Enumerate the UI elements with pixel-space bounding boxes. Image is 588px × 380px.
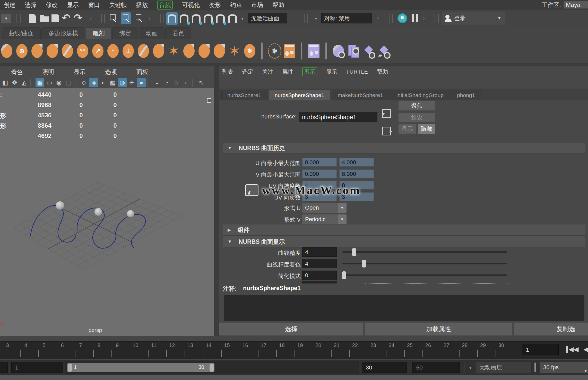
undo-icon[interactable]: ↶: [62, 12, 71, 24]
show-button[interactable]: 显示: [399, 124, 416, 134]
ae-menu-关注[interactable]: 关注: [262, 68, 273, 76]
select-object-icon[interactable]: ↖: [108, 12, 118, 24]
tab-phong1[interactable]: phong1: [451, 90, 481, 100]
ae-menu-显示[interactable]: 显示: [326, 68, 337, 76]
menubar-item[interactable]: 约束: [230, 1, 242, 9]
notes-textarea[interactable]: [224, 295, 584, 321]
symmetry-dropdown-icon[interactable]: ▼: [314, 16, 318, 21]
viewport-menu-显示[interactable]: 显示: [74, 68, 85, 76]
snap-point-icon[interactable]: [191, 12, 202, 25]
symmetry-field[interactable]: 对称: 禁用: [321, 13, 372, 23]
film-gate-icon[interactable]: ▭: [45, 78, 54, 87]
sculpt-wax-icon[interactable]: [137, 43, 150, 59]
section-components[interactable]: ▶ 组件: [223, 224, 585, 236]
paint-window-icon[interactable]: [308, 43, 320, 59]
animation-end-field[interactable]: 60: [412, 362, 460, 373]
menubar-item[interactable]: 创建: [4, 1, 15, 9]
shadows-icon[interactable]: ◒: [153, 78, 161, 87]
sculpt-options-window-icon[interactable]: [283, 43, 296, 59]
footer-button-选择[interactable]: 选择: [219, 323, 363, 335]
toolbar-group-handle[interactable]: [16, 14, 21, 23]
animation-start-field[interactable]: 1: [11, 362, 63, 373]
ae-menu-列表[interactable]: 列表: [222, 68, 233, 76]
ghost-brush-icon[interactable]: [332, 43, 344, 59]
menubar-item[interactable]: 关键帧: [109, 1, 127, 9]
select-hierarchy-icon[interactable]: ↖: [134, 12, 144, 24]
sculpt-scrape-icon[interactable]: [152, 43, 165, 59]
sculpt-amplify-burst-icon[interactable]: ✶: [168, 43, 180, 59]
camera-bookmark-icon[interactable]: ◭: [20, 78, 29, 87]
unfreeze-dashed-icon[interactable]: ❄: [268, 43, 280, 59]
shelf-tab-曲线/曲面[interactable]: 曲线/曲面: [2, 27, 41, 39]
footer-button-加载属性[interactable]: 加载属性: [365, 323, 512, 335]
current-frame-field[interactable]: 1: [522, 344, 559, 355]
menu-set-dropdown[interactable]: ▼: [1, 14, 11, 23]
sculpt-knife-icon[interactable]: [183, 43, 195, 59]
attr-value-field[interactable]: 0.000: [302, 169, 337, 178]
sculpt-bulge-icon[interactable]: [213, 43, 226, 59]
sign-in-button[interactable]: 登录 ▼: [442, 12, 505, 25]
menubar-item[interactable]: 播放: [136, 1, 148, 9]
menubar-item[interactable]: 修改: [46, 1, 58, 9]
presets-button[interactable]: 预设: [399, 113, 435, 122]
ae-menu-帮助[interactable]: 帮助: [377, 68, 388, 76]
sculpt-grab-icon[interactable]: [46, 43, 58, 59]
sculpt-smooth-globe-icon[interactable]: ⊕: [16, 43, 28, 59]
menubar-item[interactable]: 可视化: [182, 1, 200, 9]
attr-slider[interactable]: [342, 247, 507, 257]
menubar-item[interactable]: 显示: [67, 1, 79, 9]
attr-value-field[interactable]: 8.000: [339, 169, 374, 178]
tab-initialShadingGroup[interactable]: initialShadingGroup: [391, 90, 449, 100]
pause-icon[interactable]: [412, 14, 414, 22]
footer-button-复制选[interactable]: 复制选: [514, 323, 588, 335]
ambient-occlusion-icon[interactable]: ◔: [162, 78, 171, 87]
pause-icon[interactable]: [416, 14, 418, 22]
viewport-menu-面板[interactable]: 面板: [136, 68, 148, 76]
viewport-corner-marker[interactable]: [207, 98, 211, 103]
camera-settings-icon[interactable]: ☸: [10, 78, 19, 87]
shelf-tab-雕刻[interactable]: 雕刻: [86, 27, 111, 39]
menubar-item[interactable]: 窗口: [88, 1, 100, 9]
new-scene-icon[interactable]: [29, 14, 36, 23]
shaded-icon[interactable]: ◈: [89, 78, 98, 87]
toolbar-group-handle[interactable]: [101, 14, 105, 23]
make-live-icon[interactable]: [227, 12, 238, 25]
open-scene-icon[interactable]: [40, 15, 49, 22]
gate-mask-icon[interactable]: ▢: [64, 78, 73, 87]
attr-value-field[interactable]: 0: [302, 271, 337, 280]
attr-slider[interactable]: [342, 271, 507, 280]
sculpt-lift-icon[interactable]: [1, 43, 13, 59]
ae-menu-属性[interactable]: 属性: [282, 68, 293, 76]
step-back-button[interactable]: ◀: [582, 346, 588, 353]
perspective-viewport[interactable]: :444000896800形:453600形:886400469200 pers…: [0, 88, 214, 336]
section-nurbs-surface-history[interactable]: ▼ NURBS 曲面历史: [223, 143, 585, 154]
slider-handle[interactable]: [352, 248, 356, 256]
default-material-icon[interactable]: ◐: [99, 78, 108, 87]
go-to-start-button[interactable]: ◀◀: [566, 346, 578, 353]
save-scene-icon[interactable]: [51, 14, 59, 22]
ghost-diamonds-icon[interactable]: ◆: [362, 43, 375, 59]
shelf-tab-绑定[interactable]: 绑定: [112, 27, 138, 39]
node-name-field[interactable]: nurbsSphereShape1: [299, 112, 377, 122]
active-surface-field[interactable]: 无激活曲面: [248, 13, 287, 23]
viewport-menu-选项[interactable]: 选项: [105, 68, 117, 76]
slider-handle[interactable]: [362, 260, 366, 267]
snap-projected-center-icon[interactable]: [203, 12, 214, 25]
ae-menu-TURTLE[interactable]: TURTLE: [346, 68, 368, 75]
chevron-down-icon[interactable]: ▼: [469, 366, 472, 370]
shelf-tab-着色[interactable]: 着色: [165, 27, 191, 39]
lights-icon[interactable]: ☀: [127, 78, 136, 87]
snap-curve-icon[interactable]: [178, 12, 190, 25]
playback-range-slider[interactable]: 1 30: [65, 361, 359, 374]
playback-end-field[interactable]: 30: [362, 362, 407, 373]
menubar-item[interactable]: 音频: [157, 1, 173, 10]
toolbar-group-handle[interactable]: [160, 14, 164, 23]
pin-in-icon[interactable]: ►: [382, 109, 391, 118]
toolbar-group-handle[interactable]: [304, 14, 308, 23]
menubar-item[interactable]: 选择: [25, 1, 37, 9]
tab-makeNurbSphere1[interactable]: makeNurbSphere1: [332, 90, 389, 100]
snap-grid-icon[interactable]: [166, 12, 178, 25]
select-component-icon[interactable]: ↖: [121, 12, 131, 24]
tab-nurbsSphere1[interactable]: nurbsSphere1: [221, 90, 267, 100]
separator-handle[interactable]: [534, 362, 536, 372]
